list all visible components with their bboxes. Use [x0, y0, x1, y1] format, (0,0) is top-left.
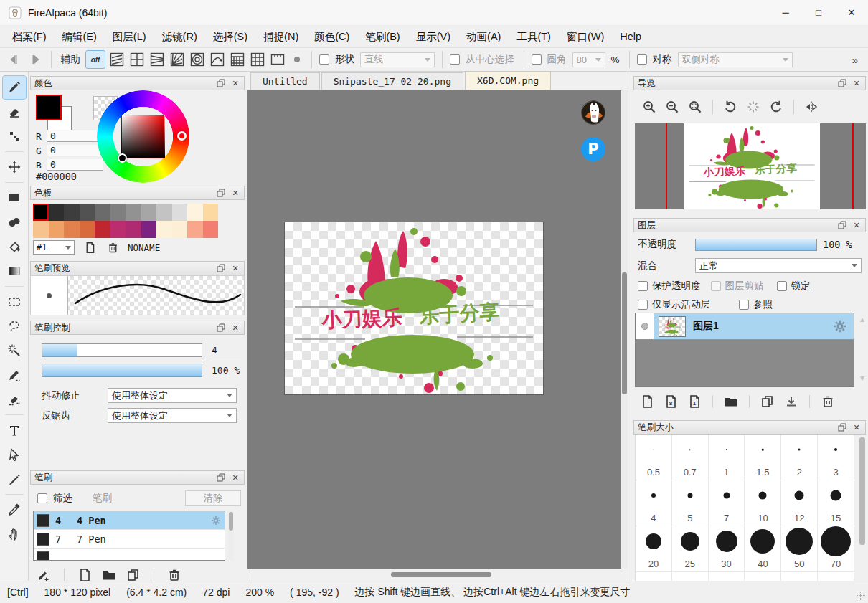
- new-8bit-layer-icon[interactable]: 8: [663, 394, 679, 409]
- gradient-tool[interactable]: [3, 260, 26, 282]
- pen-tool[interactable]: [3, 467, 26, 490]
- close-panel-icon[interactable]: ✕: [230, 188, 240, 198]
- palette-swatch[interactable]: [187, 204, 203, 221]
- palette-swatch[interactable]: [49, 221, 65, 238]
- p-badge-icon[interactable]: P: [581, 137, 605, 161]
- brush-size-cell[interactable]: 3: [818, 435, 854, 480]
- document-tab-2[interactable]: Snipaste_17-02-20.png: [321, 72, 463, 90]
- close-panel-icon[interactable]: ✕: [230, 263, 240, 273]
- brush-size-cell[interactable]: 1.5: [745, 435, 781, 480]
- eyedropper-tool[interactable]: [3, 498, 26, 521]
- brush-size-cell[interactable]: 15: [818, 480, 854, 526]
- brush-filter-checkbox[interactable]: [37, 493, 47, 503]
- curve-snap-icon[interactable]: [209, 51, 226, 68]
- flip-horizontal-icon[interactable]: [804, 100, 819, 114]
- frame-snap-icon[interactable]: [269, 51, 286, 68]
- brush-size-cell[interactable]: 50: [781, 526, 818, 572]
- move-tool[interactable]: [3, 156, 26, 179]
- palette-swatch[interactable]: [172, 221, 188, 238]
- delete-swatch-icon[interactable]: [105, 240, 121, 255]
- close-panel-icon[interactable]: ✕: [230, 473, 240, 483]
- new-layer-icon[interactable]: [639, 394, 655, 409]
- zoom-in-icon[interactable]: [642, 100, 656, 114]
- palette-swatch[interactable]: [80, 221, 95, 238]
- palette-swatch[interactable]: [126, 221, 141, 238]
- palette-swatch[interactable]: [126, 204, 141, 221]
- foreground-color-swatch[interactable]: [36, 95, 62, 120]
- new-1bit-layer-icon[interactable]: 1: [687, 394, 702, 409]
- palette-swatch[interactable]: [80, 204, 95, 221]
- zoom-out-icon[interactable]: [665, 100, 679, 114]
- brush-settings-gear-icon[interactable]: [210, 515, 222, 526]
- layer-visibility-toggle[interactable]: [636, 313, 654, 339]
- symmetry-checkbox[interactable]: [637, 54, 647, 65]
- shape-checkbox[interactable]: [319, 54, 329, 65]
- open-folder-icon[interactable]: [101, 568, 117, 582]
- brush-tool[interactable]: [3, 76, 26, 99]
- brush-size-cell[interactable]: 2: [781, 435, 818, 480]
- brush-size-cell[interactable]: 0.7: [672, 435, 709, 480]
- menu-item-9[interactable]: 显示(V): [408, 27, 458, 47]
- brush-size-cell-partial[interactable]: [745, 572, 781, 581]
- palette-swatch[interactable]: [95, 221, 110, 238]
- minimize-button[interactable]: ─: [769, 0, 802, 25]
- brush-size-scrollbar[interactable]: [859, 435, 866, 581]
- float-panel-icon[interactable]: [837, 220, 847, 230]
- clear-filter-button[interactable]: 清除: [185, 490, 241, 506]
- palette-swatch[interactable]: [33, 221, 49, 238]
- snap-off-button[interactable]: off: [86, 51, 105, 68]
- menu-item-11[interactable]: 工具(T): [509, 27, 559, 47]
- from-center-checkbox[interactable]: [450, 54, 460, 65]
- menu-item-3[interactable]: 图层(L): [105, 27, 154, 47]
- close-panel-icon[interactable]: ✕: [852, 422, 862, 432]
- brush-size-cell[interactable]: 0.5: [636, 435, 672, 480]
- protect-alpha-checkbox[interactable]: [638, 281, 648, 291]
- next-icon[interactable]: [29, 52, 44, 67]
- select-eraser-tool[interactable]: [3, 388, 26, 411]
- document-tab-1[interactable]: Untitled: [250, 72, 320, 90]
- blend-mode-select[interactable]: 正常: [695, 258, 862, 273]
- brush-size-cell-partial[interactable]: [781, 572, 818, 581]
- hue-marker[interactable]: [177, 131, 187, 141]
- canvas-vertical-scrollbar[interactable]: [621, 90, 628, 569]
- brush-size-value[interactable]: 4: [209, 345, 241, 356]
- menu-item-5[interactable]: 选择(S): [205, 27, 255, 47]
- delete-icon[interactable]: [166, 568, 182, 582]
- brush-size-cell[interactable]: 10: [745, 480, 781, 526]
- stabilizer-select[interactable]: 使用整体设定: [108, 388, 237, 403]
- prev-icon[interactable]: [6, 52, 20, 67]
- layer-row[interactable]: 小刀娱乐乐于分享 图层1: [636, 313, 854, 340]
- new-swatch-icon[interactable]: [82, 240, 98, 255]
- parallel-snap-icon[interactable]: [108, 51, 126, 68]
- cross-snap-icon[interactable]: [128, 51, 146, 68]
- show-active-only-checkbox[interactable]: [638, 300, 648, 310]
- brush-size-cell[interactable]: 12: [781, 480, 818, 526]
- palette-swatch[interactable]: [141, 204, 157, 221]
- concentric-snap-icon[interactable]: [189, 51, 206, 68]
- palette-swatch[interactable]: [203, 204, 219, 221]
- select-lasso-tool[interactable]: [3, 315, 26, 338]
- pointer-tool[interactable]: [3, 443, 26, 466]
- palette-swatch[interactable]: [172, 204, 188, 221]
- text-tool[interactable]: [3, 419, 26, 442]
- menu-item-1[interactable]: 档案(F): [4, 27, 55, 47]
- brush-list-item[interactable]: 44 Pen: [34, 511, 225, 530]
- grid-snap-icon[interactable]: [249, 51, 266, 68]
- menu-item-2[interactable]: 编辑(E): [55, 27, 105, 47]
- float-panel-icon[interactable]: [837, 78, 847, 88]
- radial-snap-icon[interactable]: [169, 51, 186, 68]
- canvas-viewport[interactable]: 小刀娱乐乐于分享 P: [247, 90, 628, 569]
- palette-swatch[interactable]: [33, 204, 49, 221]
- layer-settings-gear-icon[interactable]: [832, 318, 848, 334]
- shape-select[interactable]: 直线: [360, 52, 435, 67]
- float-panel-icon[interactable]: [837, 422, 847, 432]
- converge-snap-icon[interactable]: [148, 51, 166, 68]
- palette-swatch[interactable]: [156, 204, 172, 221]
- menu-item-13[interactable]: Help: [612, 28, 649, 45]
- float-panel-icon[interactable]: [216, 263, 226, 273]
- brush-size-cell[interactable]: 25: [672, 526, 709, 572]
- palette-swatch[interactable]: [95, 204, 110, 221]
- rotate-cw-icon[interactable]: [769, 100, 783, 114]
- channel-value-field[interactable]: 0: [47, 159, 103, 171]
- menu-item-8[interactable]: 笔刷(B): [357, 27, 407, 47]
